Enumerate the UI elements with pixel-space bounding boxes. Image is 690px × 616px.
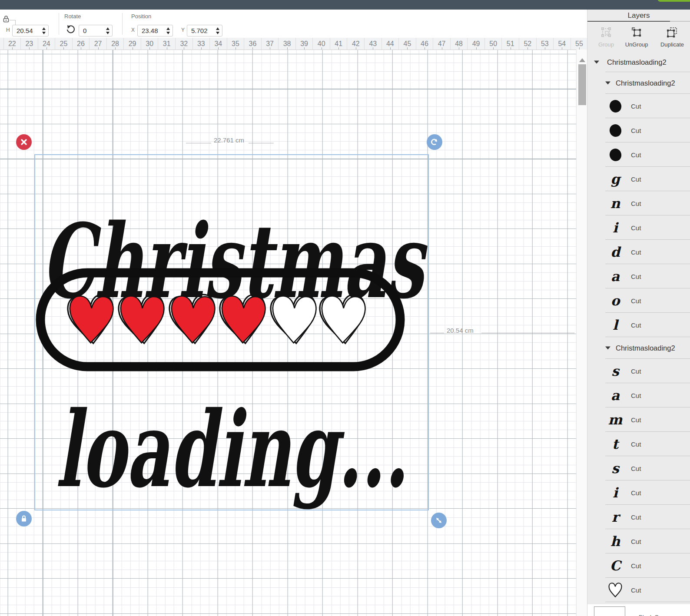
position-y-stepper[interactable] bbox=[213, 27, 222, 34]
scroll-up-arrow-icon[interactable] bbox=[579, 58, 585, 62]
lock-handle[interactable] bbox=[16, 511, 32, 527]
layer-cut-row[interactable]: iCut bbox=[587, 480, 690, 505]
width-dim-line-right bbox=[249, 143, 274, 143]
height-dim-line-right bbox=[481, 333, 574, 333]
position-x-input[interactable]: 23.48 bbox=[137, 25, 173, 36]
layer-thumbnail: C bbox=[607, 556, 623, 575]
layer-cut-row[interactable]: Cut bbox=[587, 142, 690, 167]
ruler-tick bbox=[167, 47, 167, 50]
canvas-vertical-scrollbar[interactable] bbox=[576, 50, 587, 616]
ruler-number: 37 bbox=[262, 38, 279, 50]
ruler-tick bbox=[184, 47, 184, 50]
layer-type-label: Cut bbox=[631, 127, 641, 134]
rotate-label: Rotate bbox=[64, 13, 81, 20]
ruler-number: 26 bbox=[73, 38, 90, 50]
ruler-tick bbox=[493, 47, 494, 50]
letter-thumbnail: m bbox=[608, 413, 623, 427]
ruler-number: 42 bbox=[348, 38, 365, 50]
height-input[interactable]: 20.54 bbox=[12, 25, 49, 36]
rotate-value: 0 bbox=[79, 27, 103, 34]
position-y-value: 5.702 bbox=[187, 27, 213, 34]
height-value: 20.54 bbox=[13, 27, 40, 34]
selection-width-label: 22.761 cm bbox=[214, 136, 244, 144]
rotate-handle[interactable] bbox=[427, 134, 442, 150]
height-stepper[interactable] bbox=[40, 27, 48, 34]
heart-thumbnail bbox=[607, 583, 623, 597]
design-canvas[interactable]: Christmas loading... 22.761 cm 20.54 cm bbox=[0, 50, 576, 616]
ruler-tick bbox=[322, 47, 322, 50]
ungroup-button[interactable]: UnGroup bbox=[618, 26, 655, 48]
ruler-number: 36 bbox=[244, 38, 262, 50]
layer-thumbnail: o bbox=[607, 291, 623, 310]
layer-cut-row[interactable]: Cut bbox=[587, 94, 690, 118]
layer-thumbnail: g bbox=[607, 169, 623, 189]
chevron-down-icon[interactable] bbox=[605, 82, 610, 85]
selection-bounding-box[interactable] bbox=[34, 154, 429, 510]
layer-cut-row[interactable]: aCut bbox=[587, 383, 690, 407]
layers-panel: Layers Group UnGroup bbox=[587, 10, 690, 616]
position-x-stepper[interactable] bbox=[164, 27, 172, 34]
layer-cut-row[interactable]: CCut bbox=[587, 553, 690, 578]
layer-cut-row[interactable]: aCut bbox=[587, 264, 690, 288]
ruler-tick bbox=[63, 47, 64, 50]
letter-thumbnail: t bbox=[612, 437, 618, 451]
layer-group-row[interactable]: Christmasloading2 bbox=[587, 337, 690, 359]
layer-cut-row[interactable]: oCut bbox=[587, 288, 690, 313]
group-button-label: Group bbox=[598, 41, 614, 48]
ruler-number: 34 bbox=[210, 38, 227, 50]
layer-cut-row[interactable]: rCut bbox=[587, 505, 690, 529]
rotate-stepper[interactable] bbox=[103, 27, 112, 34]
rotate-icon[interactable] bbox=[65, 24, 76, 34]
scrollbar-thumb[interactable] bbox=[578, 64, 586, 105]
layer-cut-row[interactable]: hCut bbox=[587, 529, 690, 553]
layer-type-label: Cut bbox=[631, 513, 641, 521]
layer-cut-row[interactable]: sCut bbox=[587, 359, 690, 383]
layer-cut-row[interactable]: tCut bbox=[587, 432, 690, 456]
blank-canvas-row[interactable]: Blank Canvas bbox=[587, 604, 690, 616]
layer-group-row[interactable]: Christmasloading2 bbox=[587, 72, 690, 94]
layer-thumbnail: m bbox=[607, 410, 623, 429]
ruler-number: 33 bbox=[193, 38, 210, 50]
chevron-down-icon[interactable] bbox=[605, 347, 610, 350]
ruler-number: 23 bbox=[21, 38, 38, 50]
ruler-number: 48 bbox=[451, 38, 468, 50]
position-y-input[interactable]: 5.702 bbox=[187, 25, 222, 36]
layer-cut-row[interactable]: iCut bbox=[587, 215, 690, 240]
layer-cut-row[interactable]: mCut bbox=[587, 407, 690, 432]
duplicate-button[interactable]: Duplicate bbox=[654, 26, 690, 48]
layer-type-label: Cut bbox=[631, 586, 641, 594]
ruler-tick bbox=[218, 47, 219, 50]
ruler-tick bbox=[12, 47, 13, 50]
layer-cut-row[interactable]: lCut bbox=[587, 313, 690, 337]
ruler-number: 21 bbox=[0, 38, 4, 50]
layer-group-row[interactable]: Christmasloading2 bbox=[587, 52, 690, 72]
ruler-number: 31 bbox=[158, 38, 176, 50]
layer-cut-row[interactable]: sCut bbox=[587, 456, 690, 480]
make-it-button[interactable] bbox=[657, 0, 690, 2]
letter-thumbnail: h bbox=[610, 535, 620, 548]
layer-cut-row[interactable]: nCut bbox=[587, 191, 690, 215]
layer-thumbnail bbox=[607, 580, 623, 599]
ruler-tick bbox=[287, 47, 288, 50]
ruler-tick bbox=[459, 47, 459, 50]
chevron-down-icon[interactable] bbox=[594, 61, 599, 64]
aspect-lock-icon[interactable] bbox=[3, 15, 10, 23]
height-axis-label: H bbox=[6, 27, 10, 33]
rotate-input[interactable]: 0 bbox=[79, 25, 113, 36]
layer-thumbnail: h bbox=[607, 532, 623, 551]
layer-type-label: Cut bbox=[631, 224, 641, 232]
layer-thumbnail bbox=[607, 121, 623, 140]
resize-handle[interactable] bbox=[431, 513, 447, 528]
delete-handle[interactable] bbox=[16, 134, 32, 150]
layer-cut-row[interactable]: Cut bbox=[587, 578, 690, 602]
ruler-tick bbox=[338, 47, 339, 50]
letter-thumbnail: a bbox=[611, 270, 620, 283]
layer-type-label: Cut bbox=[631, 489, 641, 497]
blank-canvas-thumbnail bbox=[594, 606, 625, 616]
ruler-tick bbox=[304, 47, 305, 50]
ruler-number: 28 bbox=[107, 38, 124, 50]
layer-cut-row[interactable]: gCut bbox=[587, 167, 690, 191]
layer-type-label: Cut bbox=[631, 321, 641, 329]
layer-cut-row[interactable]: dCut bbox=[587, 240, 690, 264]
layer-cut-row[interactable]: Cut bbox=[587, 118, 690, 142]
